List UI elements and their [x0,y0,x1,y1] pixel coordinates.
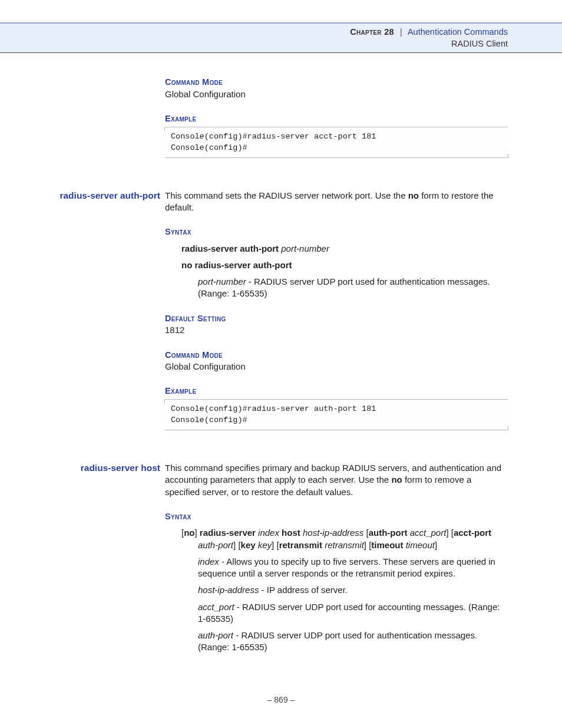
syntax-command: radius-server auth-port [181,243,279,253]
syntax-arg: port-number [281,243,329,253]
param-name: host-ip-address [198,585,259,595]
chapter-label: Chapter 28 [350,27,394,37]
example-label: Example [165,386,508,397]
param-desc: - Allows you to specify up to five serve… [198,556,495,578]
param-desc: - IP address of server. [259,585,348,595]
default-setting-value: 1812 [165,324,508,336]
param-name: index [198,556,219,566]
param-name: acct_port [198,602,234,612]
syntax-label: Syntax [165,511,508,523]
command-heading-host: radius-server host [54,462,165,475]
example-label: Example [165,113,508,125]
command-heading-auth-port: radius-server auth-port [54,190,165,202]
param-desc: - RADIUS server UDP port used for authen… [198,630,477,652]
header-separator: | [400,27,402,37]
syntax-no-form: no radius-server auth-port [181,260,292,270]
default-setting-label: Default Setting [165,313,508,325]
param-name: auth-port [198,630,233,640]
header-section: RADIUS Client [0,38,508,50]
code-block: Console(config)#radius-server acct-port … [165,127,508,158]
command-mode-label: Command Mode [165,77,508,88]
chapter-title: Authentication Commands [408,27,508,37]
command-mode-label: Command Mode [165,350,508,361]
page-header: Chapter 28 | Authentication Commands RAD… [0,22,562,53]
param-desc: - RADIUS server UDP port used for accoun… [198,602,500,624]
intro-no: no [408,190,419,200]
syntax-line: [no] radius-server index host host-ip-ad… [165,527,508,551]
code-block: Console(config)#radius-server auth-port … [165,399,508,430]
param-name: port-number [198,276,246,286]
intro-text: This command sets the RADIUS server netw… [165,190,408,200]
command-mode-value: Global Configuration [165,88,508,100]
command-mode-value: Global Configuration [165,361,508,373]
page-content: Command Mode Global Configuration Exampl… [0,53,562,653]
syntax-label: Syntax [165,226,508,238]
intro-no: no [391,475,402,485]
page-number: – 869 – [0,695,562,704]
